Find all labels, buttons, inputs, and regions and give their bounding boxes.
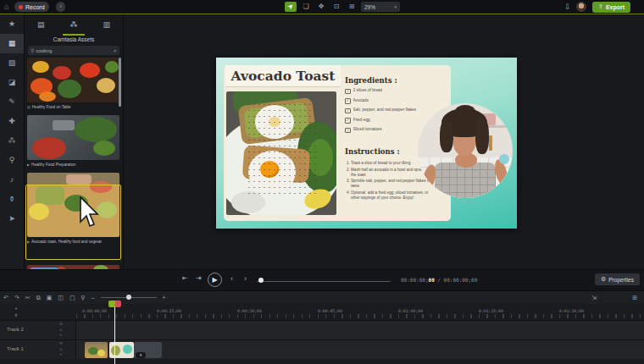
checkbox-icon: ✓ (345, 108, 351, 114)
instruction-step: Sprinkle salt, pepper, and red pepper fl… (351, 179, 438, 189)
fit-canvas-button[interactable]: ❏ (300, 2, 312, 12)
download-icon[interactable]: ⇩ (564, 3, 571, 11)
panel-scrollbar[interactable] (119, 58, 121, 107)
asset-type-icon: ▶ (27, 163, 30, 167)
timecode-display: 00:00:00;00 / 00:00:00;00 (401, 277, 477, 283)
redo-button[interactable]: ↷ (14, 295, 19, 301)
playhead-line[interactable] (114, 301, 115, 364)
magnifier-icon: ⚲ (9, 156, 15, 164)
track-2-lane[interactable]: Track 2 ⊙ ∪ ▪ (0, 320, 644, 339)
ingredient-row: ✓2 slices of bread (345, 88, 440, 94)
lock-icon[interactable]: ▪ (56, 352, 66, 358)
scale-tool-button[interactable]: ⊞ (346, 2, 358, 12)
rail-zoom-pan[interactable]: ⚲ (0, 151, 24, 170)
rail-annotations[interactable]: ✎ (0, 92, 24, 112)
rail-cursor-effects[interactable]: ➤ (0, 209, 24, 229)
asset-item-healthy-food-preparation[interactable]: ▶Healthy Food Preparation (27, 115, 119, 168)
lock-icon[interactable]: ▪ (56, 333, 66, 339)
nodes-icon: ⁂ (8, 136, 16, 145)
pan-tool-button[interactable]: ✥ (315, 2, 327, 12)
cut-button[interactable]: ✂ (25, 295, 31, 301)
rail-visual-effects[interactable]: ▨ (0, 53, 24, 73)
tab-library[interactable]: ▥ (90, 14, 123, 36)
checkbox-icon: ✓ (345, 128, 351, 134)
seek-bar[interactable] (257, 281, 391, 283)
rail-transitions[interactable]: ◪ (0, 73, 24, 92)
image-icon: ▨ (8, 58, 16, 67)
snapshot-button[interactable]: ▢ (69, 295, 75, 301)
ingredient-row: ✓Fried egg (345, 118, 440, 124)
timeline-zoom-icon: ⚲ (81, 295, 86, 301)
rail-behaviors[interactable]: ✚ (0, 112, 24, 131)
scale-icon: ⊞ (349, 3, 355, 10)
plus-icon: ✚ (8, 117, 15, 125)
zoom-level-value: 29% (364, 4, 375, 10)
canvas-slide[interactable]: Avocado Toast Ingredients : (216, 58, 517, 229)
step-forward-button[interactable]: ⇥ (196, 274, 202, 282)
track-2-header[interactable]: Track 2 ⊙ ∪ ▪ (0, 321, 76, 339)
next-frame-button[interactable]: › (244, 274, 247, 283)
rail-audio-effects[interactable]: ♪ (0, 170, 24, 190)
rail-favorites[interactable]: ★ (0, 14, 24, 34)
clear-search-icon[interactable]: ✕ (114, 48, 117, 53)
canvas-zoom-dropdown[interactable]: 29% ▾ (361, 2, 400, 12)
timeline-clip-recipe-slide[interactable] (109, 342, 134, 358)
rail-media[interactable]: ▦ (0, 34, 24, 53)
export-button[interactable]: ⇧ Export (592, 2, 630, 13)
instructions-heading: Instructions : (345, 147, 400, 156)
paste-button[interactable]: ▣ (47, 295, 53, 301)
track-height-decrease[interactable]: ∨ (10, 312, 22, 318)
zoom-slider-handle[interactable] (126, 295, 131, 300)
timeline-clip-food-video[interactable] (85, 342, 108, 358)
canvas-area[interactable]: Avocado Toast Ingredients : (124, 14, 644, 269)
ingredients-heading: Ingredients : (345, 76, 397, 85)
rail-animations[interactable]: ⁂ (0, 131, 24, 151)
fit-timeline-button[interactable]: ⇲ (591, 295, 597, 301)
seek-handle[interactable] (258, 278, 264, 283)
previous-frame-button[interactable]: ‹ (230, 274, 233, 283)
rail-voice-narration[interactable]: ⚱ (0, 190, 24, 209)
mouse-cursor (79, 196, 103, 230)
playhead-in-handle[interactable] (108, 301, 115, 307)
track-1-header[interactable]: Track 1 ⊙ ∪ ▪ (0, 340, 76, 359)
select-tool-button[interactable]: ➤ (285, 2, 297, 12)
tab-media[interactable]: ▤ (25, 14, 58, 36)
tab-camtasia-assets[interactable]: ⁂ (58, 14, 91, 36)
timeline-zoom-slider[interactable] (101, 297, 157, 299)
split-button[interactable]: ◫ (58, 295, 64, 301)
zoom-in-button[interactable]: + (163, 295, 166, 301)
record-button[interactable]: Record (14, 2, 49, 12)
camtasia-app-window: ⌂ Record › ➤ ❏ ✥ ⊡ ⊞ 29% ▾ ⇩ ⇧ Export ★ … (0, 0, 644, 364)
ruler-label: 0:01:15;00 (479, 309, 503, 313)
asset-item-healthy-food-on-table[interactable]: ▤Healthy Food on Table (27, 58, 119, 111)
track-scale-buttons[interactable]: + ∨ (10, 305, 22, 318)
record-options-chevron[interactable]: › (56, 2, 65, 12)
checkbox-icon: ✓ (345, 89, 351, 95)
home-icon[interactable]: ⌂ (4, 3, 8, 11)
cursor-icon: ➤ (285, 1, 296, 12)
crop-tool-button[interactable]: ⊡ (330, 2, 342, 12)
track-1-lane[interactable]: Track 1 ⊙ ∪ ▪ ∧ (0, 339, 644, 359)
timeline-ruler[interactable]: 0:00:00;00 0:00:15;00 0:00:30;00 0:00:45… (76, 304, 644, 319)
properties-button[interactable]: ⚙ Properties (595, 273, 640, 285)
search-input[interactable] (36, 48, 111, 53)
play-button[interactable]: ▶ (208, 273, 222, 287)
user-avatar[interactable] (576, 2, 586, 12)
step-back-button[interactable]: ⇤ (182, 274, 188, 282)
record-dot-icon (19, 5, 23, 9)
detach-timeline-button[interactable]: ⊞ (632, 295, 637, 301)
playhead-out-handle[interactable] (115, 301, 122, 307)
assets-icon: ⁂ (70, 20, 78, 29)
zoom-out-button[interactable]: – (92, 295, 95, 301)
clip-group-badge[interactable]: ∧ (136, 352, 146, 358)
cursor-fx-icon: ➤ (8, 214, 15, 223)
canvas-toolbar: ➤ ❏ ✥ ⊡ ⊞ 29% ▾ (285, 1, 400, 13)
gear-icon: ⚙ (601, 276, 606, 283)
copy-button[interactable]: ⧉ (36, 295, 41, 301)
track-height-increase[interactable]: + (10, 305, 22, 312)
star-icon: ★ (8, 19, 15, 28)
playhead-head[interactable] (108, 301, 121, 307)
top-bar: ⌂ Record › ➤ ❏ ✥ ⊡ ⊞ 29% ▾ ⇩ ⇧ Export (0, 0, 644, 14)
chevron-down-icon: ▾ (394, 4, 397, 9)
undo-button[interactable]: ↶ (3, 295, 8, 301)
